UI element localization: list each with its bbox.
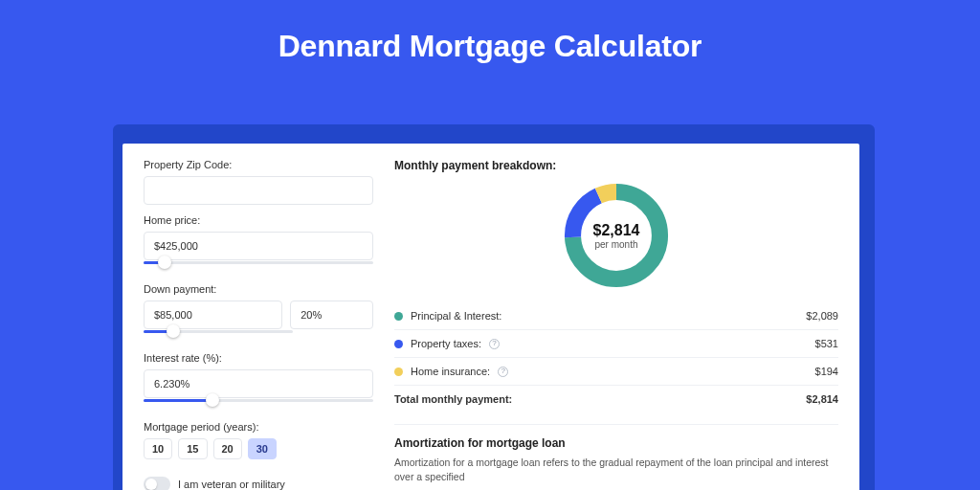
down-payment-label: Down payment: <box>144 283 373 295</box>
period-option-15[interactable]: 15 <box>178 438 207 459</box>
zip-field-group: Property Zip Code: <box>144 159 373 205</box>
donut-amount: $2,814 <box>593 222 640 239</box>
interest-rate-slider[interactable] <box>144 398 373 412</box>
page-title: Dennard Mortgage Calculator <box>0 0 980 64</box>
interest-rate-group: Interest rate (%): <box>144 352 373 412</box>
down-payment-slider[interactable] <box>144 329 293 343</box>
calculator-card: Property Zip Code: Home price: Down paym… <box>122 144 859 490</box>
home-price-input[interactable] <box>144 232 373 260</box>
veteran-label: I am veteran or military <box>178 479 285 490</box>
down-payment-percent-input[interactable] <box>290 301 373 329</box>
period-group: Mortgage period (years): 10152030 <box>144 421 373 459</box>
legend-dot-icon <box>394 340 403 348</box>
legend-amount: $531 <box>815 338 838 349</box>
period-option-10[interactable]: 10 <box>144 438 172 459</box>
legend-amount: $194 <box>815 366 838 377</box>
legend-row-insurance: Home insurance:?$194 <box>394 358 838 386</box>
amortization-title: Amortization for mortgage loan <box>394 424 838 450</box>
breakdown-title: Monthly payment breakdown: <box>394 159 838 172</box>
period-option-30[interactable]: 30 <box>248 438 277 459</box>
legend-label: Home insurance: <box>411 366 490 377</box>
slider-thumb[interactable] <box>206 393 219 407</box>
legend-dot-icon <box>394 368 403 376</box>
home-price-label: Home price: <box>144 214 373 226</box>
total-label: Total monthly payment: <box>394 393 512 405</box>
veteran-toggle[interactable] <box>144 477 170 490</box>
home-price-group: Home price: <box>144 214 373 274</box>
period-option-20[interactable]: 20 <box>213 438 242 459</box>
home-price-slider[interactable] <box>144 260 373 274</box>
info-icon[interactable]: ? <box>498 367 508 377</box>
donut-center: $2,814 per month <box>559 178 674 293</box>
period-label: Mortgage period (years): <box>144 421 373 433</box>
donut-chart: $2,814 per month <box>559 178 674 293</box>
legend-row-principal: Principal & Interest:$2,089 <box>394 302 838 330</box>
period-options: 10152030 <box>144 438 373 459</box>
legend-row-total: Total monthly payment:$2,814 <box>394 386 838 412</box>
legend-row-taxes: Property taxes:?$531 <box>394 330 838 358</box>
legend-amount: $2,089 <box>806 310 838 322</box>
legend-dot-icon <box>394 312 403 321</box>
info-icon[interactable]: ? <box>489 339 500 349</box>
down-payment-group: Down payment: <box>144 283 373 343</box>
legend-label: Property taxes: <box>411 338 481 349</box>
legend-label: Principal & Interest: <box>411 310 501 322</box>
zip-input[interactable] <box>144 176 373 205</box>
form-column: Property Zip Code: Home price: Down paym… <box>144 159 373 490</box>
legend: Principal & Interest:$2,089Property taxe… <box>394 302 838 412</box>
summary-column: Monthly payment breakdown: $2,814 per mo… <box>394 159 838 490</box>
toggle-knob <box>145 479 157 490</box>
donut-sub: per month <box>594 239 637 250</box>
veteran-row: I am veteran or military <box>144 477 373 490</box>
donut-wrap: $2,814 per month <box>394 178 838 293</box>
total-amount: $2,814 <box>806 393 838 405</box>
interest-rate-input[interactable] <box>144 369 373 398</box>
interest-rate-label: Interest rate (%): <box>144 352 373 364</box>
zip-label: Property Zip Code: <box>144 159 373 170</box>
amortization-text: Amortization for a mortgage loan refers … <box>394 456 838 483</box>
slider-thumb[interactable] <box>167 324 180 338</box>
down-payment-amount-input[interactable] <box>144 301 282 329</box>
slider-thumb[interactable] <box>158 256 171 269</box>
